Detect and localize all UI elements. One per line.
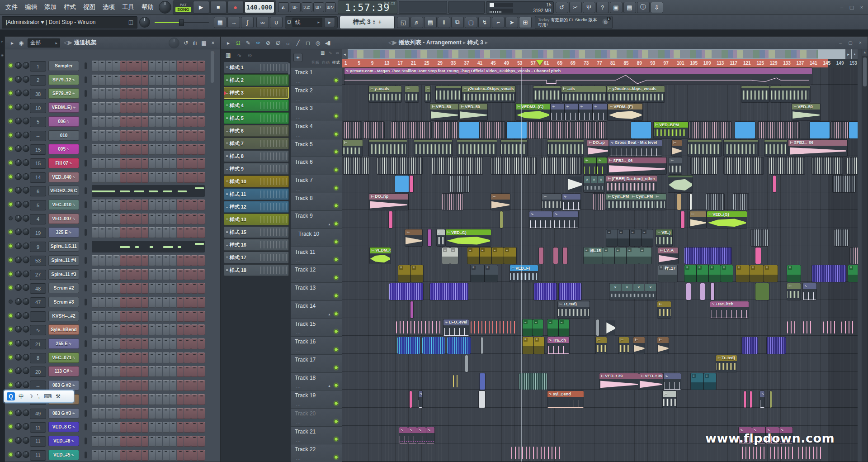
restore-button[interactable]: ▢: [847, 4, 856, 11]
playlist-clip[interactable]: [542, 157, 581, 174]
snap-dropdown[interactable]: 线▸: [292, 18, 322, 27]
step-cell[interactable]: [92, 283, 99, 294]
step-cell[interactable]: [113, 102, 120, 113]
step-cell[interactable]: [120, 311, 127, 322]
channel-volume-knob[interactable]: [23, 437, 29, 444]
trash-icon[interactable]: ◫: [128, 19, 133, 25]
playlist-clip[interactable]: ≡: [639, 248, 651, 264]
step-cell[interactable]: [198, 102, 205, 113]
channel-mute-strip[interactable]: [85, 243, 87, 250]
step-cell[interactable]: [198, 116, 205, 127]
channel-number[interactable]: 19: [30, 228, 46, 238]
close-button[interactable]: ×: [857, 4, 866, 11]
plugin-picker-button[interactable]: ⧉: [451, 17, 464, 28]
step-cell[interactable]: [106, 408, 113, 419]
step-notes-button[interactable]: ♬: [410, 17, 423, 28]
playlist-clip[interactable]: [706, 194, 724, 210]
track-options-dots[interactable]: ...: [296, 420, 301, 425]
step-cell[interactable]: [191, 450, 198, 461]
playlist-clip[interactable]: [568, 176, 582, 192]
channel-volume-knob[interactable]: [23, 187, 29, 194]
channel-mute-strip[interactable]: [85, 313, 87, 319]
playlist-clip[interactable]: ∿: [529, 211, 552, 228]
channel-button[interactable]: Syle..hBend: [48, 324, 79, 335]
step-cell[interactable]: [191, 311, 198, 322]
step-cell[interactable]: [177, 338, 184, 349]
playlist-clip[interactable]: ××××: [609, 283, 656, 300]
channel-mute-strip[interactable]: [85, 354, 87, 361]
step-cell[interactable]: [120, 102, 127, 113]
playlist-minimap[interactable]: [342, 49, 858, 59]
step-cell[interactable]: [184, 324, 191, 335]
step-cell[interactable]: [170, 283, 177, 294]
playlist-clip[interactable]: ∿Trac..itch: [710, 301, 749, 318]
playlist-clip[interactable]: [770, 391, 772, 408]
step-cell[interactable]: [156, 200, 162, 210]
playlist-clip[interactable]: ⊢VEDM..(F): [608, 104, 642, 120]
pattern-item[interactable]: ≡样式 10: [224, 176, 289, 187]
playlist-clip[interactable]: ⊢: [690, 211, 706, 228]
channel-pan-knob[interactable]: [15, 298, 22, 305]
playlist-clip[interactable]: [742, 447, 767, 459]
track-options-dots[interactable]: ...: [296, 205, 301, 209]
undo-button[interactable]: ↺: [556, 2, 568, 13]
playlist-clip[interactable]: [767, 337, 786, 354]
channel-button[interactable]: VED..8 C∿: [48, 422, 79, 432]
playlist-clip[interactable]: ⊢: [787, 283, 801, 300]
playlist-clip[interactable]: [803, 321, 814, 334]
channel-button[interactable]: Serum #2: [48, 283, 79, 293]
track-options-dots[interactable]: ...: [296, 384, 301, 389]
channel-led[interactable]: [9, 424, 13, 429]
wait-for-input-button[interactable]: Ш·: [290, 2, 301, 12]
magnet-icon[interactable]: Ω: [287, 19, 291, 25]
playlist-clip[interactable]: ⊢Cym..PM: [606, 194, 630, 210]
step-cell[interactable]: [163, 450, 170, 461]
step-cell[interactable]: [127, 450, 134, 461]
step-cell[interactable]: [113, 144, 120, 155]
playlist-clip[interactable]: ≡: [471, 265, 484, 282]
step-cell[interactable]: [113, 380, 120, 391]
playlist-clip[interactable]: [570, 122, 596, 138]
playlist-clip[interactable]: ∿Tra..ch: [547, 337, 569, 354]
playlist-clip[interactable]: ×××: [584, 176, 604, 192]
track-options-dots[interactable]: ...: [296, 456, 301, 461]
step-cell[interactable]: [191, 338, 198, 349]
step-cell[interactable]: [156, 144, 162, 155]
channel-mute-strip[interactable]: [85, 340, 87, 347]
playlist-clip[interactable]: ⊢DO..rip: [369, 194, 408, 210]
playlist-clip[interactable]: [491, 157, 536, 174]
step-cell[interactable]: [134, 450, 141, 461]
channel-pan-knob[interactable]: [15, 257, 22, 263]
step-cell[interactable]: [134, 75, 141, 86]
loop-marker[interactable]: ▽: [560, 61, 563, 66]
playlist-clip[interactable]: ⊢VE..): [656, 229, 672, 246]
playlist-clip[interactable]: [541, 447, 561, 459]
pattern-item[interactable]: ≡样式 13: [224, 214, 289, 225]
track-options-dots[interactable]: ...: [296, 367, 301, 371]
step-cell[interactable]: [163, 297, 170, 308]
channel-pan-knob[interactable]: [15, 437, 22, 444]
step-cell[interactable]: [163, 158, 170, 169]
step-cell[interactable]: [142, 144, 148, 155]
channel-pan-knob[interactable]: [15, 76, 22, 83]
step-cell[interactable]: [127, 311, 134, 322]
playlist-clip[interactable]: ⊢: [405, 229, 422, 246]
step-cell[interactable]: [163, 255, 170, 266]
playlist-clip[interactable]: ∿: [597, 157, 607, 174]
step-cell[interactable]: [156, 422, 162, 433]
step-cell[interactable]: [92, 144, 99, 155]
step-cell[interactable]: [177, 227, 184, 238]
step-cell[interactable]: [177, 269, 184, 280]
step-cell[interactable]: [170, 255, 177, 266]
channel-pan-knob[interactable]: [15, 104, 22, 110]
step-cell[interactable]: [134, 422, 141, 433]
step-cell[interactable]: [156, 172, 162, 183]
playlist-clip[interactable]: ⊢VED..F): [510, 265, 538, 282]
channel-volume-knob[interactable]: [23, 451, 29, 458]
step-cell[interactable]: [198, 172, 205, 183]
channel-volume-knob[interactable]: [23, 173, 29, 180]
channel-pan-knob[interactable]: [15, 118, 22, 124]
step-cell[interactable]: [99, 61, 106, 71]
step-cell[interactable]: [163, 116, 170, 127]
step-cell[interactable]: [198, 394, 205, 405]
